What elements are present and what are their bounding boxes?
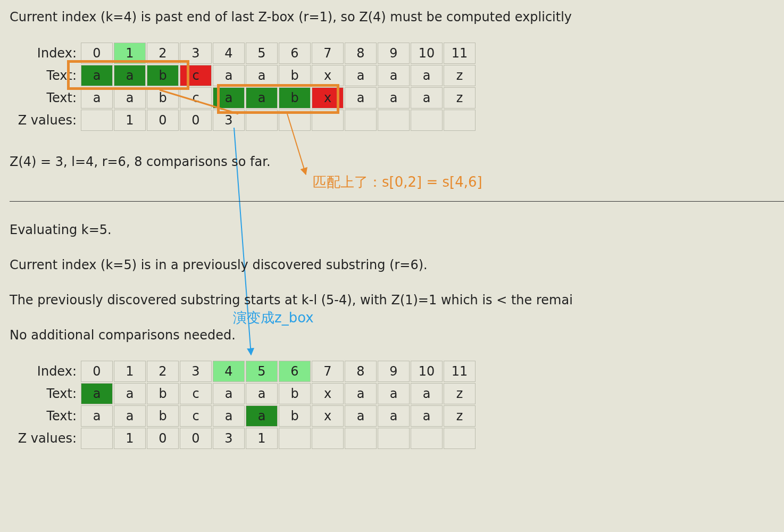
text-cell: a: [345, 87, 377, 109]
text-cell: a: [114, 405, 146, 427]
index-cell: 9: [378, 361, 410, 382]
match-annotation: 匹配上了：s[0,2] = s[4,6]: [313, 173, 482, 192]
z-table-2: Index: 0 1 2 3 4 5 6 7 8 9 10 11 Text: a…: [10, 360, 477, 450]
table-row: Text: a a b c a a b x a a a z: [11, 383, 476, 404]
index-cell: 8: [345, 43, 377, 64]
index-cell: 10: [411, 361, 443, 382]
text-cell: a: [411, 65, 443, 86]
result-line: Z(4) = 3, l=4, r=6, 8 comparisons so far…: [10, 154, 271, 169]
index-cell: 5: [246, 43, 278, 64]
index-cell: 2: [147, 43, 179, 64]
text-cell: c: [180, 65, 212, 86]
z-cell: [378, 110, 410, 131]
z-cell: [279, 110, 311, 131]
text-cell: a: [246, 65, 278, 86]
z-cell: [411, 428, 443, 449]
text-cell: a: [81, 87, 113, 109]
text-cell: a: [213, 65, 245, 86]
table-row: Z values: 1 0 0 3: [11, 110, 476, 131]
text-cell: c: [180, 87, 212, 109]
z-cell: [312, 428, 344, 449]
z-cell: 0: [147, 428, 179, 449]
text-cell: c: [180, 405, 212, 427]
text-cell: b: [147, 405, 179, 427]
index-cell: 3: [180, 361, 212, 382]
row-header: Z values:: [11, 110, 80, 131]
text-cell: a: [81, 405, 113, 427]
text-cell: a: [345, 405, 377, 427]
text-cell: a: [345, 65, 377, 86]
z-cell: [378, 428, 410, 449]
index-cell: 7: [312, 361, 344, 382]
index-cell: 9: [378, 43, 410, 64]
no-comparisons-line: No additional comparisons needed.: [10, 328, 236, 343]
page-root: Current index (k=4) is past end of last …: [0, 0, 784, 532]
text-cell: a: [345, 383, 377, 404]
z-cell: 1: [246, 428, 278, 449]
text-cell: a: [378, 383, 410, 404]
index-cell: 2: [147, 361, 179, 382]
zbox-annotation: 演变成z_box: [233, 309, 314, 327]
z-cell: [411, 110, 443, 131]
text-cell: z: [444, 383, 476, 404]
z-cell: 0: [180, 428, 212, 449]
index-cell: 10: [411, 43, 443, 64]
z-cell: [444, 428, 476, 449]
text-cell: x: [312, 405, 344, 427]
text-cell: a: [114, 383, 146, 404]
text-cell: z: [444, 87, 476, 109]
index-cell: 3: [180, 43, 212, 64]
explanation-line-2: Current index (k=5) is in a previously d…: [10, 257, 428, 272]
table-row: Text: a a b c a a b x a a a z: [11, 405, 476, 427]
text-cell: a: [411, 405, 443, 427]
text-cell: a: [246, 405, 278, 427]
explanation-line-3: The previously discovered substring star…: [10, 293, 573, 307]
row-header: Index:: [11, 361, 80, 382]
table-row: Text: a a b c a a b x a a a z: [11, 65, 476, 86]
z-cell: 1: [114, 110, 146, 131]
text-cell: a: [411, 87, 443, 109]
index-cell: 8: [345, 361, 377, 382]
row-header: Text:: [11, 87, 80, 109]
text-cell: a: [81, 383, 113, 404]
z-cell: 3: [213, 110, 245, 131]
text-cell: a: [213, 87, 245, 109]
row-header: Text:: [11, 383, 80, 404]
text-cell: z: [444, 65, 476, 86]
index-cell: 1: [114, 43, 146, 64]
row-header: Index:: [11, 43, 80, 64]
text-cell: a: [213, 383, 245, 404]
text-cell: a: [81, 65, 113, 86]
text-cell: x: [312, 87, 344, 109]
text-cell: b: [279, 87, 311, 109]
text-cell: x: [312, 383, 344, 404]
z-cell: [246, 110, 278, 131]
text-cell: a: [246, 87, 278, 109]
index-cell: 6: [279, 361, 311, 382]
section-divider: [10, 201, 784, 202]
text-cell: a: [213, 405, 245, 427]
text-cell: b: [147, 87, 179, 109]
text-cell: a: [378, 405, 410, 427]
z-cell: 1: [114, 428, 146, 449]
z-cell: [81, 110, 113, 131]
z-cell: [345, 110, 377, 131]
z-cell: [279, 428, 311, 449]
index-cell: 0: [81, 43, 113, 64]
z-cell: [312, 110, 344, 131]
text-cell: c: [180, 383, 212, 404]
z-cell: 0: [147, 110, 179, 131]
table-row: Z values: 1 0 0 3 1: [11, 428, 476, 449]
row-header: Z values:: [11, 428, 80, 449]
z-table-1: Index: 0 1 2 3 4 5 6 7 8 9 10 11 Text: a…: [10, 41, 477, 132]
text-cell: a: [246, 383, 278, 404]
text-cell: a: [411, 383, 443, 404]
table-row: Text: a a b c a a b x a a a z: [11, 87, 476, 109]
row-header: Text:: [11, 65, 80, 86]
text-cell: x: [312, 65, 344, 86]
text-cell: b: [147, 65, 179, 86]
table-row: Index: 0 1 2 3 4 5 6 7 8 9 10 11: [11, 43, 476, 64]
text-cell: b: [279, 383, 311, 404]
index-cell: 6: [279, 43, 311, 64]
index-cell: 4: [213, 43, 245, 64]
